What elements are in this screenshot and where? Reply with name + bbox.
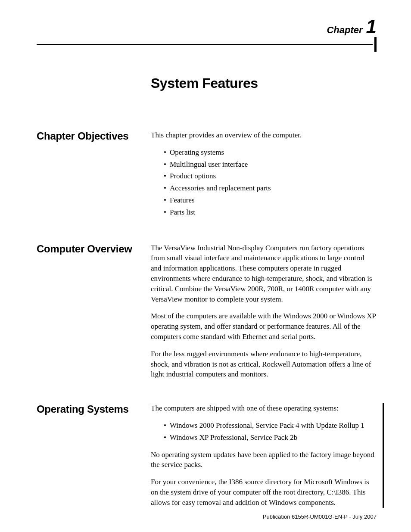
overview-p2: Most of the computers are available with… bbox=[151, 311, 377, 342]
list-item: Windows 2000 Professional, Service Pack … bbox=[164, 420, 375, 431]
list-item: Multilingual user interface bbox=[164, 159, 377, 170]
os-p3: For your convenience, the I386 source di… bbox=[151, 477, 375, 507]
list-item: Features bbox=[164, 195, 377, 205]
chapter-number: 1 bbox=[366, 17, 377, 36]
section-body: This chapter provides an overview of the… bbox=[151, 130, 377, 219]
document-page: Chapter 1 System Features Chapter Object… bbox=[0, 0, 411, 532]
chapter-banner: Chapter 1 bbox=[37, 17, 377, 36]
list-item: Parts list bbox=[164, 207, 377, 218]
section-computer-overview: Computer Overview The VersaView Industri… bbox=[37, 243, 377, 380]
overview-p1: The VersaView Industrial Non-display Com… bbox=[151, 243, 377, 305]
rule-endcap bbox=[374, 37, 377, 52]
horizontal-rule bbox=[37, 44, 373, 45]
section-chapter-objectives: Chapter Objectives This chapter provides… bbox=[37, 130, 377, 219]
chapter-word: Chapter bbox=[327, 25, 362, 36]
overview-p3: For the less rugged environments where e… bbox=[151, 349, 377, 380]
os-list: Windows 2000 Professional, Service Pack … bbox=[151, 420, 375, 443]
objectives-list: Operating systems Multilingual user inte… bbox=[151, 147, 377, 218]
section-body: The computers are shipped with one of th… bbox=[151, 403, 384, 507]
section-heading: Operating Systems bbox=[37, 403, 151, 507]
list-item: Windows XP Professional, Service Pack 2b bbox=[164, 432, 375, 443]
list-item: Product options bbox=[164, 171, 377, 181]
page-title: System Features bbox=[151, 75, 377, 91]
objectives-intro: This chapter provides an overview of the… bbox=[151, 130, 377, 140]
section-heading: Computer Overview bbox=[37, 243, 151, 380]
list-item: Operating systems bbox=[164, 147, 377, 158]
section-operating-systems: Operating Systems The computers are ship… bbox=[37, 403, 377, 507]
os-p2: No operating system updates have been ap… bbox=[151, 450, 375, 470]
list-item: Accessories and replacement parts bbox=[164, 183, 377, 193]
publication-footer: Publication 6155R-UM001G-EN-P - July 200… bbox=[263, 513, 377, 520]
chapter-rule bbox=[37, 37, 377, 52]
section-body: The VersaView Industrial Non-display Com… bbox=[151, 243, 377, 380]
os-intro: The computers are shipped with one of th… bbox=[151, 403, 375, 414]
section-heading: Chapter Objectives bbox=[37, 130, 151, 219]
